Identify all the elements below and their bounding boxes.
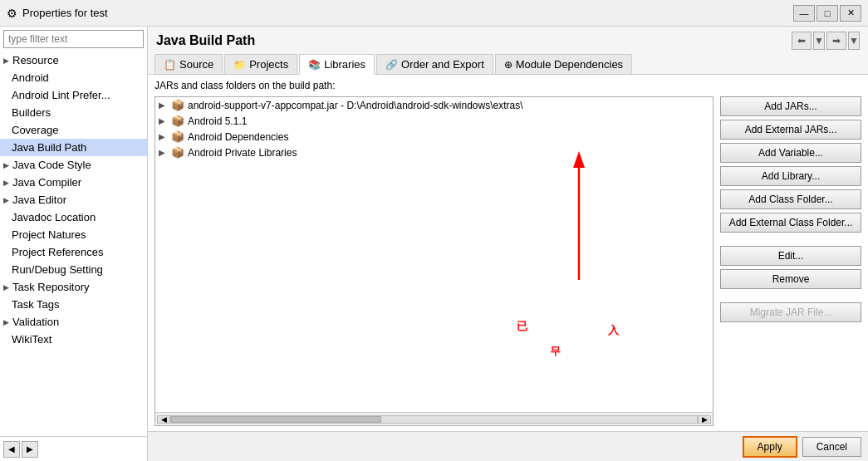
sidebar-scroll-left[interactable]: ◀	[3, 441, 20, 458]
edit-button[interactable]: Edit...	[720, 246, 861, 266]
sidebar-item-label: Resource	[12, 54, 59, 66]
tree-expand-icon: ▶	[159, 101, 169, 110]
forward-dropdown[interactable]: ▼	[848, 32, 860, 50]
scroll-right-btn[interactable]: ▶	[698, 415, 711, 424]
sidebar: ▶ResourceAndroidAndroid Lint Prefer...Bu…	[0, 27, 148, 461]
content-header: Java Build Path ⬅ ▼ ➡ ▼	[148, 27, 868, 53]
sidebar-item-label: Validation	[12, 316, 59, 328]
tab-module-dependencies[interactable]: ⊕Module Dependencies	[495, 54, 632, 74]
maximize-button[interactable]: □	[817, 5, 838, 22]
sidebar-arrow-icon: ▶	[3, 56, 9, 65]
sidebar-item-label: Run/Debug Setting	[12, 263, 103, 276]
add-external-jars-button[interactable]: Add External JARs...	[720, 120, 861, 140]
cancel-button[interactable]: Cancel	[802, 437, 861, 457]
tree-expand-icon: ▶	[159, 132, 169, 141]
tree-item[interactable]: ▶📦Android 5.1.1	[155, 113, 713, 129]
sidebar-arrow-icon: ▶	[3, 283, 9, 292]
buttons-panel: Add JARs...Add External JARs...Add Varia…	[720, 96, 861, 426]
sidebar-item-label: Javadoc Location	[12, 211, 96, 223]
add-variable-button[interactable]: Add Variable...	[720, 143, 861, 163]
window-controls: — □ ✕	[793, 5, 861, 22]
tree-item-label: Android Private Libraries	[188, 147, 297, 159]
tab-libraries[interactable]: 📚Libraries	[299, 54, 375, 75]
tab-label: Order and Export	[401, 58, 484, 71]
sidebar-item-javadoc-location[interactable]: Javadoc Location	[0, 208, 147, 226]
sidebar-item-java-build-path[interactable]: Java Build Path	[0, 139, 147, 156]
svg-text:已: 已	[517, 320, 527, 332]
sidebar-item-java-compiler[interactable]: ▶Java Compiler	[0, 174, 147, 191]
sidebar-item-validation[interactable]: ▶Validation	[0, 313, 147, 331]
back-button[interactable]: ⬅	[792, 32, 812, 50]
sidebar-item-android[interactable]: Android	[0, 69, 147, 86]
tree-item-label: Android Dependencies	[188, 131, 288, 143]
tab-label: Source	[179, 58, 213, 71]
sidebar-item-builders[interactable]: Builders	[0, 104, 147, 121]
button-spacer	[720, 292, 861, 299]
scroll-left-btn[interactable]: ◀	[157, 415, 170, 424]
tabs-bar: 📋Source📁Projects📚Libraries🔗Order and Exp…	[148, 53, 868, 75]
tree-item-label: Android 5.1.1	[188, 115, 247, 127]
svg-text:무: 무	[550, 345, 561, 357]
sidebar-item-project-references[interactable]: Project References	[0, 243, 147, 261]
close-button[interactable]: ✕	[840, 5, 861, 22]
tree-item[interactable]: ▶📦Android Private Libraries	[155, 145, 713, 160]
sidebar-item-label: Project Natures	[12, 228, 86, 241]
sidebar-item-task-tags[interactable]: Task Tags	[0, 296, 147, 313]
tree-item-label: android-support-v7-appcompat.jar - D:\An…	[188, 100, 523, 111]
tree-item[interactable]: ▶📦Android Dependencies	[155, 129, 713, 145]
sidebar-item-label: Java Compiler	[12, 176, 81, 189]
back-dropdown[interactable]: ▼	[813, 32, 825, 50]
sidebar-scroll-right[interactable]: ▶	[22, 441, 38, 458]
sidebar-item-task-repository[interactable]: ▶Task Repository	[0, 278, 147, 296]
sidebar-item-wikitext[interactable]: WikiText	[0, 331, 147, 348]
forward-button[interactable]: ➡	[826, 32, 846, 50]
window-title: Properties for test	[22, 7, 108, 19]
minimize-button[interactable]: —	[793, 5, 815, 22]
sidebar-item-label: Coverage	[12, 124, 58, 136]
tree-expand-icon: ▶	[159, 148, 169, 157]
sidebar-arrow-icon: ▶	[3, 179, 9, 187]
tab-projects[interactable]: 📁Projects	[224, 54, 297, 74]
page-title: Java Build Path	[156, 33, 255, 48]
tree-container: 已 무 入 ▶📦android-support-v7-appcompat.jar…	[154, 96, 714, 426]
sidebar-item-label: Java Build Path	[12, 141, 86, 154]
bottom-bar: Apply Cancel	[148, 431, 868, 461]
tree-expand-icon: ▶	[159, 116, 169, 125]
sidebar-item-android-lint-prefer...[interactable]: Android Lint Prefer...	[0, 86, 147, 104]
tab-icon: 🔗	[385, 59, 398, 71]
add-class-folder-button[interactable]: Add Class Folder...	[720, 189, 861, 209]
remove-button[interactable]: Remove	[720, 269, 861, 289]
tab-icon: 📁	[233, 59, 246, 71]
sidebar-item-label: Android Lint Prefer...	[12, 89, 110, 101]
sidebar-arrow-icon: ▶	[3, 196, 9, 204]
sidebar-item-label: WikiText	[12, 333, 51, 346]
sidebar-item-java-editor[interactable]: ▶Java Editor	[0, 191, 147, 208]
tree-panel[interactable]: 已 무 入 ▶📦android-support-v7-appcompat.jar…	[155, 97, 713, 412]
tab-source[interactable]: 📋Source	[154, 54, 223, 74]
add-library-button[interactable]: Add Library...	[720, 166, 861, 186]
add-external-class-folder-button[interactable]: Add External Class Folder...	[720, 213, 861, 233]
sidebar-arrow-icon: ▶	[3, 161, 9, 169]
tree-node-icon: 📦	[171, 146, 184, 159]
app-icon: ⚙	[7, 7, 17, 20]
tree-item[interactable]: ▶📦android-support-v7-appcompat.jar - D:\…	[155, 97, 713, 113]
filter-input[interactable]	[3, 30, 144, 48]
tree-node-icon: 📦	[171, 99, 184, 111]
add-jars-button[interactable]: Add JARs...	[720, 96, 861, 116]
sidebar-item-label: Task Repository	[12, 281, 89, 293]
tab-icon: 📋	[164, 59, 176, 71]
tree-scrollbar[interactable]: ◀ ▶	[155, 412, 713, 425]
tab-order-and-export[interactable]: 🔗Order and Export	[376, 54, 493, 74]
sidebar-item-label: Project References	[12, 246, 104, 258]
sidebar-item-resource[interactable]: ▶Resource	[0, 51, 147, 69]
sidebar-item-label: Java Editor	[12, 194, 66, 206]
scrollbar-track[interactable]	[170, 415, 698, 424]
sidebar-item-java-code-style[interactable]: ▶Java Code Style	[0, 156, 147, 174]
sidebar-bottom: ◀ ▶	[0, 436, 147, 461]
scrollbar-thumb	[171, 416, 381, 423]
apply-button[interactable]: Apply	[743, 436, 797, 458]
sidebar-item-coverage[interactable]: Coverage	[0, 121, 147, 139]
sidebar-item-project-natures[interactable]: Project Natures	[0, 226, 147, 243]
tab-icon: 📚	[308, 59, 321, 71]
sidebar-item-run/debug-setting[interactable]: Run/Debug Setting	[0, 261, 147, 278]
